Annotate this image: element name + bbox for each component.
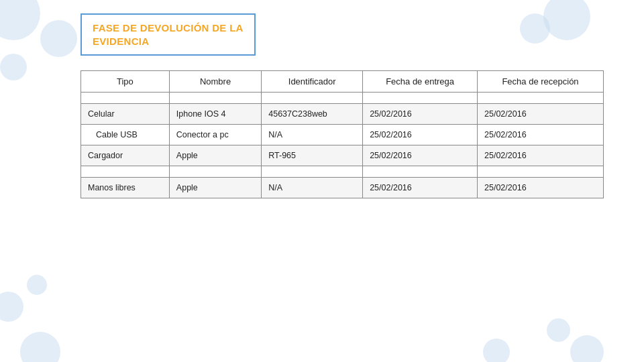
cell-identificador	[262, 166, 363, 178]
table-row	[81, 93, 604, 104]
cell-fecha_entrega	[363, 166, 478, 178]
decorative-bubble	[0, 292, 23, 322]
cell-fecha_entrega: 25/02/2016	[363, 145, 478, 166]
col-tipo: Tipo	[81, 71, 170, 93]
decorative-bubble	[0, 54, 27, 80]
cell-fecha_recepcion: 25/02/2016	[478, 145, 604, 166]
cell-nombre: Apple	[169, 145, 261, 166]
table-row: CelularIphone IOS 445637C238web25/02/201…	[81, 104, 604, 125]
cell-fecha_entrega: 25/02/2016	[363, 125, 478, 145]
decorative-bubble	[20, 332, 60, 362]
decorative-bubble	[547, 318, 570, 342]
table-row: Cable USBConector a pcN/A25/02/201625/02…	[81, 125, 604, 145]
decorative-bubble	[570, 335, 604, 362]
cell-nombre	[169, 93, 261, 104]
table-header-row: Tipo Nombre Identificador Fecha de entre…	[81, 71, 604, 93]
table-row	[81, 166, 604, 178]
page-title: FASE DE DEVOLUCIÓN DE LA EVIDENCIA	[93, 21, 244, 48]
cell-nombre: Iphone IOS 4	[169, 104, 261, 125]
cell-fecha_recepcion: 25/02/2016	[478, 104, 604, 125]
cell-identificador: RT-965	[262, 145, 363, 166]
cell-tipo	[81, 93, 170, 104]
cell-tipo: Cable USB	[81, 125, 170, 145]
cell-tipo: Cargador	[81, 145, 170, 166]
cell-fecha_recepcion: 25/02/2016	[478, 178, 604, 198]
decorative-bubble	[0, 0, 40, 40]
table-row: Manos libresAppleN/A25/02/201625/02/2016	[81, 178, 604, 198]
page-title-box: FASE DE DEVOLUCIÓN DE LA EVIDENCIA	[80, 13, 256, 56]
cell-identificador	[262, 93, 363, 104]
col-identificador: Identificador	[262, 71, 363, 93]
cell-fecha_entrega: 25/02/2016	[363, 104, 478, 125]
cell-fecha_recepcion	[478, 166, 604, 178]
cell-identificador: N/A	[262, 178, 363, 198]
cell-nombre: Conector a pc	[169, 125, 261, 145]
cell-fecha_entrega	[363, 93, 478, 104]
cell-nombre: Apple	[169, 178, 261, 198]
cell-nombre	[169, 166, 261, 178]
cell-fecha_entrega: 25/02/2016	[363, 178, 478, 198]
table-row: CargadorAppleRT-96525/02/201625/02/2016	[81, 145, 604, 166]
decorative-bubble	[27, 275, 47, 295]
col-fecha-entrega: Fecha de entrega	[363, 71, 478, 93]
decorative-bubble	[40, 20, 77, 57]
decorative-bubble	[483, 339, 510, 362]
cell-fecha_recepcion	[478, 93, 604, 104]
col-fecha-recepcion: Fecha de recepción	[478, 71, 604, 93]
cell-tipo: Manos libres	[81, 178, 170, 198]
cell-tipo	[81, 166, 170, 178]
col-nombre: Nombre	[169, 71, 261, 93]
cell-identificador: N/A	[262, 125, 363, 145]
cell-tipo: Celular	[81, 104, 170, 125]
evidence-table: Tipo Nombre Identificador Fecha de entre…	[80, 70, 604, 198]
cell-fecha_recepcion: 25/02/2016	[478, 125, 604, 145]
cell-identificador: 45637C238web	[262, 104, 363, 125]
